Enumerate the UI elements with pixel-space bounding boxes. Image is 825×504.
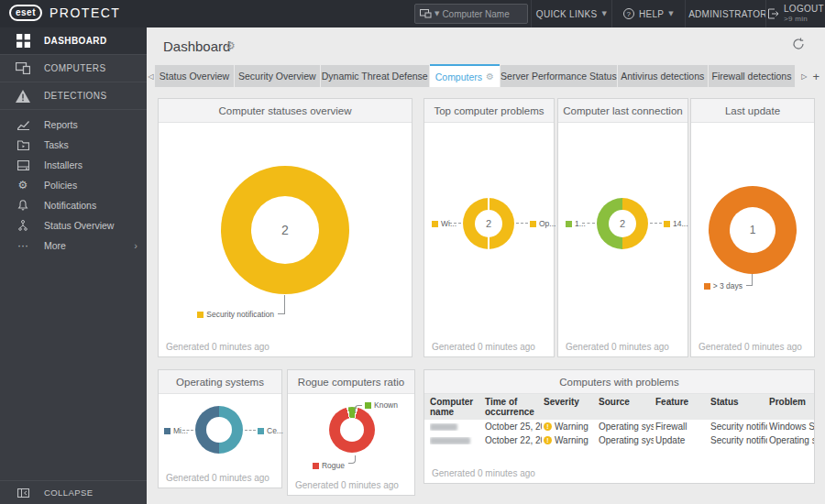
panel-title[interactable]: Computer last connection xyxy=(558,99,688,123)
generated-timestamp: Generated 0 minutes ago xyxy=(566,342,669,352)
chevron-down-icon[interactable]: ▼ xyxy=(434,10,439,17)
donut-chart-last-update[interactable]: 1 xyxy=(709,186,797,274)
sidebar-item-installers[interactable]: Installers xyxy=(0,155,147,175)
tab-label: Antivirus detections xyxy=(621,71,704,82)
computer-search-box[interactable]: ▼ xyxy=(414,4,528,24)
legend-label: 14... xyxy=(673,219,688,228)
sidebar-item-label: DASHBOARD xyxy=(44,36,107,46)
sidebar: DASHBOARD COMPUTERS DETECTIONS Reports T… xyxy=(0,27,147,504)
sidebar-item-reports[interactable]: Reports xyxy=(0,115,147,135)
legend-right: Op... xyxy=(530,219,556,228)
column-header[interactable]: Status xyxy=(710,397,767,417)
legend-swatch xyxy=(704,283,710,290)
column-header[interactable]: Computer name xyxy=(430,397,483,417)
dashboard-settings-gear-icon[interactable]: ⚙ xyxy=(226,39,236,52)
sidebar-secondary-group: Reports Tasks Installers ⚙ Policies Noti… xyxy=(0,110,147,256)
collapse-label: COLLAPSE xyxy=(44,488,93,498)
quick-links-menu[interactable]: QUICK LINKS ▼ xyxy=(531,0,611,27)
tab-label: Dynamic Threat Defense xyxy=(322,71,428,82)
legend-label: Ce... xyxy=(267,426,283,435)
legend-label: 1... xyxy=(575,219,586,228)
tab-scroll-right-icon[interactable]: ▷ xyxy=(801,72,807,81)
donut-chart-top-problems[interactable]: 2 xyxy=(463,198,514,249)
eset-logo: eset PROTECT xyxy=(9,5,120,21)
legend-security-notification: Security notification xyxy=(197,310,274,319)
administrator-menu[interactable]: ADMINISTRATOR xyxy=(685,0,765,27)
help-menu[interactable]: ? HELP ▼ xyxy=(611,0,685,27)
sidebar-item-label: Tasks xyxy=(44,139,69,150)
panel-title[interactable]: Computer statuses overview xyxy=(159,99,412,123)
legend-connector xyxy=(650,223,662,224)
sidebar-item-detections[interactable]: DETECTIONS xyxy=(0,82,147,110)
legend-label: Mi... xyxy=(173,426,188,435)
donut-chart-rogue-ratio[interactable] xyxy=(329,407,375,453)
search-input[interactable] xyxy=(442,9,513,19)
quick-links-label: QUICK LINKS xyxy=(536,9,598,19)
panel-title[interactable]: Last update xyxy=(691,99,814,123)
table-row[interactable]: October 22, 20...!WarningOperating syst.… xyxy=(424,433,814,447)
cell-problem: Windows Secur... xyxy=(769,422,814,432)
panel-operating-systems: Operating systems Mi... Ce... Generated … xyxy=(158,369,282,488)
sidebar-item-more[interactable]: ··· More › xyxy=(0,236,147,256)
add-tab-icon[interactable]: + xyxy=(812,70,820,83)
cell-time: October 25, 20... xyxy=(485,422,542,432)
ellipsis-icon: ··· xyxy=(15,239,31,252)
panel-title[interactable]: Computers with problems xyxy=(424,370,814,394)
sidebar-item-computers[interactable]: COMPUTERS xyxy=(0,55,147,82)
tab-label: Firewall detections xyxy=(711,71,791,82)
sidebar-item-policies[interactable]: ⚙ Policies xyxy=(0,175,147,195)
donut-chart-last-connection[interactable]: 2 xyxy=(597,198,648,249)
tab-label: Computers xyxy=(435,71,482,82)
legend-label: Security notification xyxy=(206,310,274,319)
logout-button[interactable]: LOGOUT >9 min xyxy=(765,0,825,27)
table-row[interactable]: October 25, 20...!WarningOperating syst.… xyxy=(424,420,814,433)
panel-title[interactable]: Rogue computers ratio xyxy=(288,370,414,394)
legend-label: > 3 days xyxy=(713,281,742,290)
sidebar-item-label: Notifications xyxy=(44,200,96,211)
tab-gear-icon[interactable]: ⚙ xyxy=(486,71,494,82)
tab-security-overview[interactable]: Security Overview xyxy=(235,65,320,87)
donut-chart-computer-statuses[interactable]: 2 xyxy=(221,166,349,294)
panel-top-computer-problems: Top computer problems 2 Wi... Op... Gene… xyxy=(424,98,555,357)
panel-title[interactable]: Operating systems xyxy=(159,370,281,394)
legend-swatch xyxy=(664,221,670,227)
column-header[interactable]: Problem xyxy=(769,397,814,417)
chevron-right-icon: › xyxy=(134,240,138,251)
legend-left: 1... xyxy=(566,219,586,228)
sidebar-item-notifications[interactable]: Notifications xyxy=(0,195,147,215)
sidebar-item-dashboard[interactable]: DASHBOARD xyxy=(0,27,147,55)
column-header[interactable]: Source xyxy=(599,397,654,417)
chevron-down-icon: ▼ xyxy=(668,10,674,17)
sidebar-item-label: Reports xyxy=(44,119,78,130)
cell-problem: Operating syst... xyxy=(769,435,814,445)
column-header[interactable]: Feature xyxy=(655,397,709,417)
panel-title[interactable]: Top computer problems xyxy=(424,99,554,123)
tab-dynamic-threat-defense[interactable]: Dynamic Threat Defense xyxy=(321,65,429,87)
sidebar-item-tasks[interactable]: Tasks xyxy=(0,135,147,155)
tab-antivirus-detections[interactable]: Antivirus detections xyxy=(618,65,708,87)
tab-status-overview[interactable]: Status Overview xyxy=(155,65,234,87)
legend-connector xyxy=(746,274,753,286)
refresh-icon[interactable] xyxy=(792,38,805,54)
generated-timestamp: Generated 0 minutes ago xyxy=(166,473,270,483)
tab-computers[interactable]: Computers⚙ xyxy=(430,64,500,87)
cell-source: Operating syst... xyxy=(599,422,654,432)
tab-firewall-detections[interactable]: Firewall detections xyxy=(709,65,796,87)
donut-chart-operating-systems[interactable] xyxy=(195,406,243,454)
sidebar-item-status-overview[interactable]: Status Overview xyxy=(0,215,147,236)
product-name: PROTECT xyxy=(50,5,120,20)
legend-swatch xyxy=(164,428,170,434)
tab-scroll-left-icon[interactable]: ◁ xyxy=(147,72,155,87)
cell-time: October 22, 20... xyxy=(485,435,542,445)
legend-label: Op... xyxy=(539,219,556,228)
generated-timestamp: Generated 0 minutes ago xyxy=(432,468,535,478)
collapse-button[interactable]: COLLAPSE xyxy=(0,480,147,504)
legend-connector xyxy=(449,223,461,224)
column-header[interactable]: Time of occurrence xyxy=(485,397,542,417)
column-header[interactable]: Severity xyxy=(544,397,597,417)
legend-connector xyxy=(516,223,528,224)
logout-timer: >9 min xyxy=(784,14,824,24)
page-title: Dashboard xyxy=(163,38,230,54)
tab-server-performance-status[interactable]: Server Performance Status xyxy=(500,65,617,87)
donut-center-value: 2 xyxy=(475,210,502,237)
